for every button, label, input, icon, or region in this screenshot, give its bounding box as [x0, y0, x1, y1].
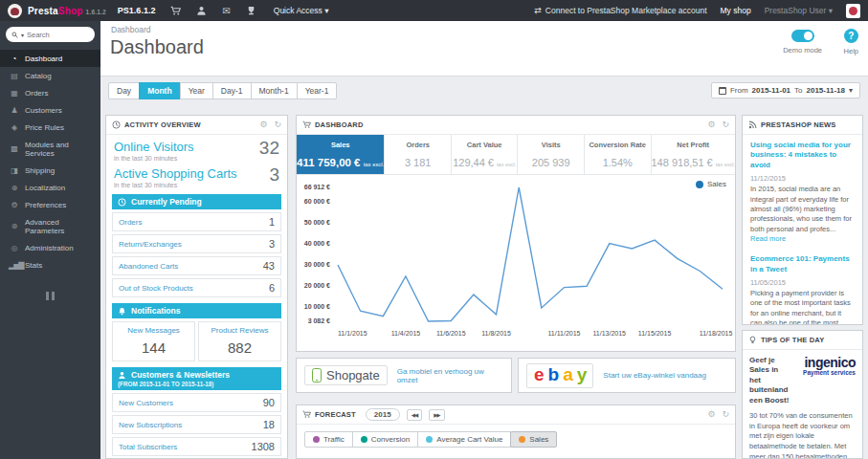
- forecast-prev-button[interactable]: ◀◀: [407, 409, 422, 421]
- read-more-link[interactable]: Read more: [750, 234, 786, 243]
- pending-row: Return/Exchanges3: [112, 234, 281, 253]
- trophy-icon[interactable]: [246, 6, 256, 16]
- pending-row-link[interactable]: Orders: [119, 218, 142, 227]
- gear-icon[interactable]: ⚙: [707, 120, 715, 129]
- quick-access-menu[interactable]: Quick Access ▾: [274, 6, 329, 15]
- pending-row-link[interactable]: Out of Stock Products: [119, 284, 193, 293]
- cart-icon[interactable]: [170, 6, 181, 16]
- customer-row: New Subscriptions18: [112, 415, 281, 434]
- notification-link[interactable]: New Messages: [115, 326, 192, 335]
- notifications-title: Notifications: [131, 306, 180, 316]
- help-control[interactable]: ? Help: [844, 29, 858, 55]
- cart-icon: [302, 410, 311, 419]
- ebay-link[interactable]: Start uw eBay-winkel vandaag: [603, 371, 706, 380]
- rss-icon: [748, 120, 757, 129]
- demo-mode-toggle[interactable]: [791, 30, 814, 42]
- news-article-title[interactable]: Ecommerce 101: Payments in a Tweet: [750, 254, 855, 274]
- sidebar-item-advanced-parameters[interactable]: ⊛Advanced Parameters: [0, 213, 100, 239]
- excerpt-text: In 2015, social media are an integral pa…: [750, 185, 852, 232]
- sidebar-item-dashboard[interactable]: ◔Dashboard: [0, 50, 100, 67]
- forecast-legend-dot: [361, 436, 367, 443]
- sidebar-item-catalog[interactable]: ▤Catalog: [0, 67, 100, 84]
- sidebar-item-orders[interactable]: ▦Orders: [0, 84, 100, 101]
- sidebar-item-localization[interactable]: ⊕Localization: [0, 179, 100, 196]
- sidebar-item-preferences[interactable]: ⚙Preferences: [0, 196, 100, 213]
- ingenico-logo: ingenico Payment services: [794, 356, 856, 405]
- sidebar-item-label: Catalog: [25, 72, 52, 80]
- sidebar-item-stats[interactable]: ▂▅▇Stats: [0, 256, 100, 273]
- notification-link[interactable]: Product Reviews: [201, 326, 278, 335]
- range-preset-year[interactable]: Year: [180, 82, 213, 99]
- forecast-legend-item[interactable]: Average Cart Value: [417, 431, 511, 448]
- kpi-value-text: 205 939: [532, 157, 570, 168]
- panel-title: DASHBOARD: [315, 120, 364, 129]
- online-visitors-link[interactable]: Online Visitors: [114, 140, 279, 154]
- kpi-tile-orders[interactable]: Orders3 181: [385, 135, 452, 174]
- news-article-title[interactable]: Using social media for your business: 4 …: [750, 141, 855, 170]
- forecast-legend-item[interactable]: Conversion: [352, 431, 418, 448]
- connect-icon: ⇄: [534, 6, 542, 15]
- prestashop-logo-icon[interactable]: [8, 4, 22, 18]
- forecast-next-button[interactable]: ▶▶: [429, 409, 444, 421]
- ebay-logo[interactable]: ebay: [526, 363, 593, 388]
- collapse-menu-control[interactable]: [0, 287, 100, 304]
- gear-icon[interactable]: ⚙: [707, 410, 715, 419]
- pending-row-link[interactable]: Abandoned Carts: [119, 262, 178, 271]
- kpi-tile-visits[interactable]: Visits205 939: [518, 135, 585, 174]
- refresh-icon[interactable]: ↻: [722, 410, 729, 419]
- pending-row-link[interactable]: Return/Exchanges: [119, 240, 182, 249]
- orders-icon: ▦: [9, 89, 19, 98]
- sales-series-line: [338, 187, 723, 321]
- y-axis-tick-label: 60 000 €: [304, 198, 330, 205]
- tip-body: 30 tot 70% van de consumenten in Europa …: [749, 411, 856, 459]
- sidebar-search[interactable]: ▾: [6, 27, 95, 42]
- customer-row-link[interactable]: New Subscriptions: [119, 421, 182, 429]
- kpi-tile-cart-value[interactable]: Cart Value129,44 € tax excl.: [452, 135, 519, 174]
- sidebar-item-modules-and-services[interactable]: ▩Modules and Services: [0, 136, 100, 162]
- customer-row-value: 18: [263, 419, 275, 430]
- messages-icon[interactable]: ✉: [222, 6, 230, 16]
- forecast-year[interactable]: 2015: [366, 408, 400, 421]
- gear-icon[interactable]: ⚙: [259, 120, 267, 129]
- customers-icon[interactable]: [196, 6, 207, 16]
- sidebar-item-price-rules[interactable]: ◈Price Rules: [0, 119, 100, 136]
- refresh-icon[interactable]: ↻: [274, 120, 281, 129]
- search-scope-caret-icon[interactable]: ▾: [21, 32, 24, 38]
- range-preset-month-1[interactable]: Month-1: [251, 82, 298, 99]
- sidebar-item-shipping[interactable]: ◨Shipping: [0, 162, 100, 179]
- kpi-tile-sales[interactable]: Sales411 759,00 € tax excl.: [297, 135, 385, 174]
- kpi-label: Net Profit: [652, 141, 735, 149]
- shopgate-link[interactable]: Ga mobiel en verhoog uw omzet: [397, 367, 503, 384]
- range-preset-month[interactable]: Month: [139, 82, 181, 99]
- my-shop-link[interactable]: My shop: [721, 6, 751, 15]
- user-avatar[interactable]: [846, 4, 860, 18]
- bell-icon: [118, 307, 126, 316]
- kpi-tile-net-profit[interactable]: Net Profit148 918,51 € tax excl.: [652, 135, 735, 174]
- range-preset-day-1[interactable]: Day-1: [212, 82, 252, 99]
- phone-icon: [312, 368, 322, 382]
- range-preset-year-1[interactable]: Year-1: [297, 82, 338, 99]
- clock-icon: [118, 198, 126, 207]
- shipping-icon: ◨: [9, 166, 19, 175]
- range-preset-day[interactable]: Day: [108, 82, 140, 99]
- customers-newsletters-subtitle: (FROM 2015-11-01 TO 2015-11-18): [118, 381, 276, 387]
- sidebar-item-administration[interactable]: ◎Administration: [0, 239, 100, 256]
- date-range-picker[interactable]: From 2015-11-01 To 2015-11-18 ▾: [711, 82, 860, 98]
- search-input[interactable]: [27, 31, 82, 39]
- customer-row-link[interactable]: Total Subscribers: [119, 443, 177, 451]
- x-axis-tick-label: 11/8/2015: [481, 330, 511, 337]
- catalog-icon: ▤: [9, 72, 19, 80]
- kpi-tile-conversion-rate[interactable]: Conversion Rate1.54%: [585, 135, 652, 174]
- forecast-legend-item[interactable]: Traffic: [304, 431, 353, 448]
- shopgate-logo[interactable]: Shopgate: [304, 365, 388, 385]
- forecast-legend-item[interactable]: Sales: [510, 431, 557, 448]
- refresh-icon[interactable]: ↻: [722, 120, 729, 129]
- sidebar-item-customers[interactable]: ♟Customers: [0, 101, 100, 119]
- customer-row-link[interactable]: New Customers: [119, 399, 173, 407]
- help-icon[interactable]: ?: [844, 29, 858, 43]
- news-article: Using social media for your business: 4 …: [750, 141, 855, 244]
- active-carts-link[interactable]: Active Shopping Carts: [114, 166, 279, 181]
- kpi-label: Visits: [518, 141, 584, 149]
- connect-marketplace-link[interactable]: ⇄Connect to PrestaShop Marketplace accou…: [534, 6, 706, 15]
- user-menu[interactable]: PrestaShop User ▾: [765, 6, 833, 15]
